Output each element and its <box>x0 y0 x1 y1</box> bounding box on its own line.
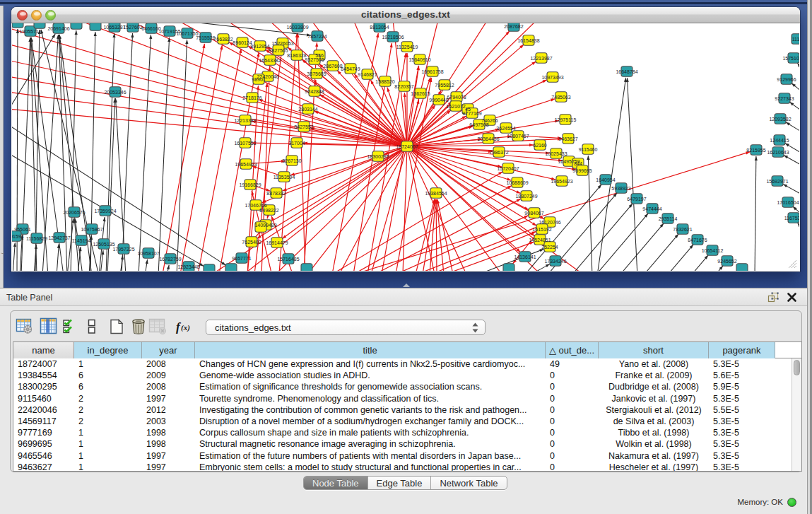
graph-node-label: 5938923 <box>611 186 630 191</box>
arrowhead <box>131 33 134 37</box>
table-row[interactable]: 946554611997Estimation of the future num… <box>13 450 801 462</box>
graph-node-label: 9115460 <box>579 147 598 152</box>
graph-node-label: 12942737 <box>48 235 70 240</box>
graph-edge <box>667 245 694 271</box>
cell-in_degree: 1 <box>74 358 142 370</box>
graph-node-label: 16120746 <box>539 220 560 225</box>
graph-node[interactable] <box>71 23 82 29</box>
table-row[interactable]: 946362711997Embryonic stem cells: a mode… <box>13 462 801 472</box>
network-canvas[interactable]: 1905571220691406106532871527602646616010… <box>12 23 799 271</box>
graph-node-label: 14136141 <box>514 255 536 259</box>
graph-node-label: 955061 <box>14 227 30 232</box>
cell-out_de: 0 <box>546 393 599 404</box>
close-panel-icon[interactable] <box>787 292 797 303</box>
delete-table-icon <box>148 317 167 338</box>
table-row[interactable]: 1456911722003Disruption of a novel membe… <box>13 416 801 427</box>
scrollbar-thumb[interactable] <box>794 360 800 375</box>
cell-pagerank: 5.3E-5 <box>709 462 775 472</box>
table-row[interactable]: 2242004622012Investigating the contribut… <box>13 404 801 416</box>
column-header-title[interactable]: title <box>195 342 546 358</box>
graph-node-label: 14099489 <box>254 223 276 228</box>
citation-edge <box>407 146 550 153</box>
left-panel-edge[interactable]: ⌣ <box>0 6 4 288</box>
column-header-pagerank[interactable]: pagerank <box>709 342 775 358</box>
graph-node[interactable] <box>12 23 23 28</box>
arrowhead <box>786 122 790 126</box>
function-builder-icon[interactable]: f(x) <box>175 320 196 337</box>
column-header-year[interactable]: year <box>142 342 195 358</box>
memory-status-label: Memory: OK <box>737 498 783 506</box>
cell-short: Yano et al. (2008) <box>599 358 709 370</box>
graph-node[interactable] <box>736 264 748 271</box>
citation-edge <box>430 199 435 271</box>
right-panel-edge-lower[interactable] <box>807 288 812 514</box>
table-scrollbar[interactable] <box>792 358 801 472</box>
cell-year: 2012 <box>142 404 195 416</box>
select-columns-icon[interactable] <box>40 317 57 338</box>
cell-pagerank: 5.9E-5 <box>709 381 775 392</box>
window-titlebar[interactable]: citations_edges.txt <box>11 7 800 23</box>
column-header-name[interactable]: name <box>13 342 74 358</box>
cell-title: Changes of HCN gene expression and I(f) … <box>195 358 546 370</box>
cell-pagerank: 5.3E-5 <box>709 450 775 462</box>
graph-node-label: 16107552 <box>234 141 256 146</box>
select-all-icon[interactable] <box>63 319 78 337</box>
graph-node-label: 15716485 <box>277 257 299 262</box>
tab-edge-table[interactable]: Edge Table <box>368 477 432 489</box>
cell-title: Estimation of significance thresholds fo… <box>195 381 546 392</box>
graph-node-label: 20364436 <box>477 136 499 141</box>
graph-node[interactable] <box>34 23 45 28</box>
graph-node-label: 2935114 <box>659 216 678 221</box>
graph-node[interactable] <box>301 264 312 271</box>
graph-node-label: 7485063 <box>551 95 570 100</box>
graph-node-label: 12093582 <box>769 117 791 122</box>
graph-node-label: 17334246 <box>544 259 566 264</box>
graph-node-label: 12975115 <box>555 117 577 122</box>
graph-node-label: 8960124 <box>233 40 252 45</box>
table-row[interactable]: 1872400712008Changes of HCN gene express… <box>13 358 801 370</box>
tab-network-table[interactable]: Network Table <box>431 477 506 489</box>
deselect-all-icon[interactable] <box>87 319 97 337</box>
column-header-short[interactable]: short <box>599 342 709 358</box>
cell-pagerank: 5.5E-5 <box>709 404 775 416</box>
table-body: 1872400712008Changes of HCN gene express… <box>13 358 801 472</box>
table-row[interactable]: 977716911998Corpus callosum shape and si… <box>13 427 801 438</box>
graph-node[interactable] <box>503 264 514 271</box>
memory-status-icon[interactable] <box>787 498 796 507</box>
graph-node-label: 18300295 <box>367 154 389 159</box>
column-header-out_de[interactable]: △ out_de... <box>546 342 599 358</box>
graph-node-label: 8498222 <box>259 208 278 213</box>
table-row[interactable]: 911546021997Tourette syndrome. Phenomeno… <box>13 393 801 404</box>
graph-node[interactable] <box>225 264 237 271</box>
cell-pagerank: 5.3E-5 <box>709 416 775 427</box>
resize-grip-icon[interactable] <box>788 259 797 269</box>
graph-node-label: 17359924 <box>94 209 116 214</box>
table-row[interactable]: 1830029562008Estimation of significance … <box>13 381 801 392</box>
graph-node-label: 15640910 <box>408 57 430 62</box>
graph-node-label: 10958107 <box>137 251 159 256</box>
cell-in_degree: 1 <box>74 450 142 462</box>
graph-node-label: 16154838 <box>517 38 539 43</box>
cell-year: 1998 <box>142 438 195 450</box>
graph-node-label: 9463627 <box>558 136 577 141</box>
right-panel-edge[interactable] <box>807 0 812 288</box>
table-settings-icon[interactable] <box>16 317 33 338</box>
split-divider-handle[interactable] <box>403 284 410 287</box>
citation-edge <box>396 78 431 271</box>
graph-node-label: 7986372 <box>489 150 508 155</box>
arrowhead <box>797 63 799 67</box>
float-window-icon[interactable] <box>767 292 779 303</box>
table-row[interactable]: 1938455462009Genome-wide association stu… <box>13 370 801 381</box>
tab-node-table[interactable]: Node Table <box>304 477 368 489</box>
column-header-in_degree[interactable]: in_degree <box>74 342 142 358</box>
delete-column-icon[interactable] <box>130 318 147 338</box>
cell-year: 1997 <box>142 450 195 462</box>
graph-node[interactable] <box>204 264 215 271</box>
table-row[interactable]: 969969511998Structural magnetic resonanc… <box>13 438 801 450</box>
new-column-icon[interactable] <box>108 318 125 338</box>
cell-out_de: 0 <box>546 462 599 472</box>
graph-node[interactable] <box>90 23 101 30</box>
graph-node-label: 9327505 <box>305 57 324 62</box>
table-source-dropdown[interactable]: citations_edges.txt <box>206 320 486 335</box>
graph-node-label: 7663822 <box>213 37 233 42</box>
